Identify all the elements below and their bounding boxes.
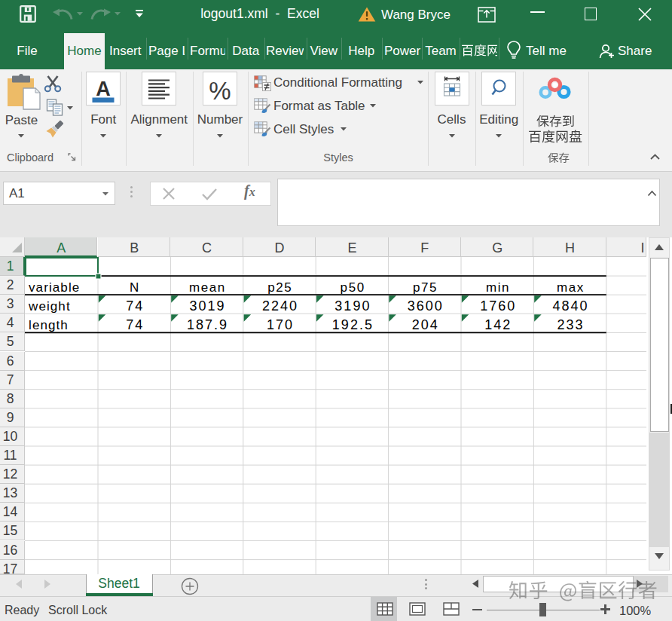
svg-text:%: % [209, 77, 231, 105]
svg-text:A: A [96, 78, 111, 100]
